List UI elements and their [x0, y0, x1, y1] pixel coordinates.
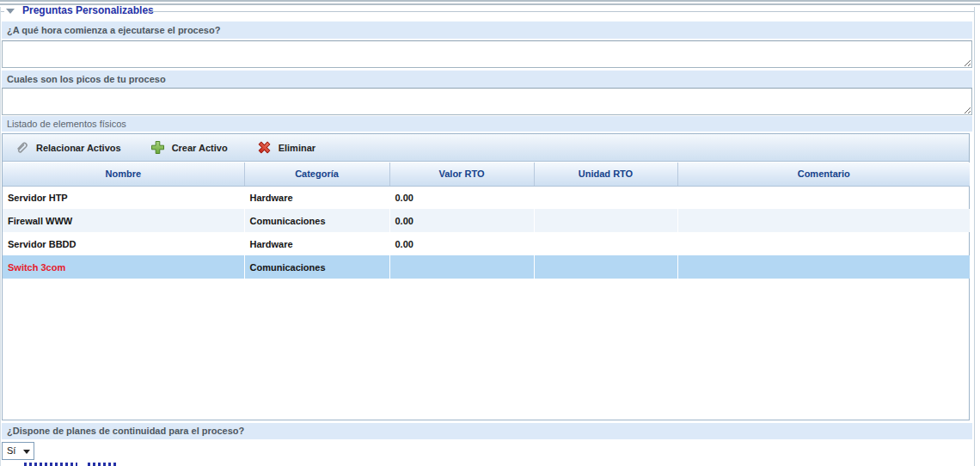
cell-categoria: Hardware [244, 186, 389, 209]
cell-valor-rto: 0.00 [389, 209, 534, 232]
cell-comentario [677, 255, 970, 279]
cell-nombre-alert: Switch 3com [3, 255, 244, 279]
table-row-servidor-htp[interactable]: Servidor HTP Hardware 0.00 [3, 186, 970, 209]
customizable-questions-panel: Preguntas Personalizables ¿A qué hora co… [0, 0, 980, 466]
fieldset-border-segment [1, 11, 4, 12]
assets-grid-toolbar: Relacionar Activos Crear Activo [3, 134, 969, 162]
create-asset-button[interactable]: Crear Activo [147, 138, 231, 157]
continuity-select-value: Sí [7, 445, 15, 456]
cell-nombre: Firewall WWW [3, 209, 244, 232]
assets-grid-panel: Relacionar Activos Crear Activo [2, 133, 970, 420]
relate-assets-label: Relacionar Activos [36, 143, 121, 153]
cell-comentario [677, 232, 970, 255]
column-header-valor-rto[interactable]: Valor RTO [389, 162, 534, 186]
fieldset-header: Preguntas Personalizables [0, 4, 980, 18]
answer-textarea-process-peaks[interactable] [2, 88, 972, 115]
cell-valor-rto: 0.00 [389, 232, 534, 255]
cell-comentario [677, 209, 970, 232]
cell-unidad-rto [534, 232, 677, 255]
cell-unidad-rto [534, 186, 677, 209]
question-label-process-peaks: Cuales son los picos de tu proceso [2, 71, 972, 88]
table-row-firewall-www[interactable]: Firewall WWW Comunicaciones 0.00 [3, 209, 970, 232]
assets-table-header-row: Nombre Categoría Valor RTO Unidad RTO Co… [3, 162, 970, 186]
fieldset-legend[interactable]: Preguntas Personalizables [22, 4, 154, 16]
cell-valor-rto [389, 255, 534, 279]
fieldset-border-line [148, 11, 975, 12]
cell-categoria: Comunicaciones [244, 209, 389, 232]
cell-nombre: Servidor HTP [3, 186, 244, 209]
cell-unidad-rto [534, 255, 677, 279]
cell-unidad-rto [534, 209, 677, 232]
continuity-select[interactable]: Sí [2, 442, 34, 460]
physical-elements-list-label: Listado de elementos físicos [2, 116, 972, 132]
paperclip-icon [15, 140, 29, 155]
cell-valor-rto: 0.00 [389, 186, 534, 209]
table-row-servidor-bbdd[interactable]: Servidor BBDD Hardware 0.00 [3, 232, 970, 255]
delete-label: Eliminar [279, 143, 315, 153]
assets-table: Nombre Categoría Valor RTO Unidad RTO Co… [3, 162, 970, 279]
collapse-arrow-icon[interactable] [6, 9, 15, 14]
create-asset-label: Crear Activo [172, 143, 228, 153]
column-header-comentario[interactable]: Comentario [677, 162, 970, 186]
answer-textarea-start-time[interactable] [2, 40, 972, 68]
fieldset-right-border [974, 7, 975, 466]
question-label-start-time: ¿A qué hora comienza a ejecutarse el pro… [2, 21, 972, 39]
column-header-unidad-rto[interactable]: Unidad RTO [534, 162, 677, 186]
delete-button[interactable]: Eliminar [254, 138, 319, 157]
chevron-down-icon [23, 450, 30, 454]
column-header-nombre[interactable]: Nombre [3, 162, 244, 186]
delete-icon [257, 140, 272, 155]
table-row-switch-3com-selected[interactable]: Switch 3com Comunicaciones [3, 255, 970, 279]
fieldset-left-border [0, 7, 1, 466]
cell-nombre: Servidor BBDD [3, 232, 244, 255]
continuity-question-label: ¿Dispone de planes de continuidad para e… [2, 423, 972, 439]
cell-categoria: Comunicaciones [244, 255, 389, 279]
cutoff-next-section-legend [24, 463, 136, 466]
cell-categoria: Hardware [244, 232, 389, 255]
relate-assets-button[interactable]: Relacionar Activos [11, 138, 125, 157]
top-divider-line [0, 0, 980, 2]
plus-icon [150, 140, 165, 155]
column-header-categoria[interactable]: Categoría [244, 162, 389, 186]
cell-comentario [677, 186, 970, 209]
